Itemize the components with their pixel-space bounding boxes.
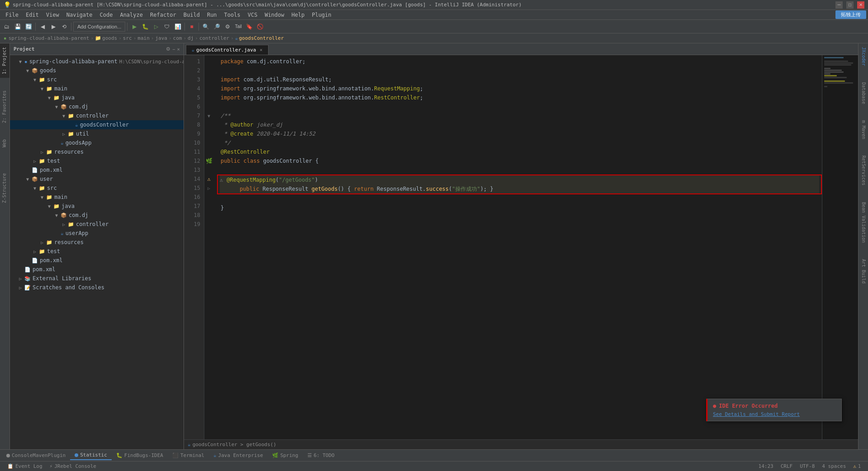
breadcrumb-com[interactable]: com xyxy=(173,35,182,41)
sidebar-tab-web[interactable]: Web xyxy=(0,136,9,151)
sidebar-tab-favorites[interactable]: 2: Favorites xyxy=(0,87,9,127)
right-tab-database[interactable]: Database xyxy=(859,79,868,108)
tree-item-java[interactable]: ▼ 📁 java xyxy=(10,93,184,102)
status-item-linesep[interactable]: CRLF xyxy=(777,463,797,469)
error-notification-link[interactable]: See Details and Submit Report xyxy=(713,411,800,417)
right-tab-bean-validation[interactable]: Bean Validation xyxy=(859,198,868,246)
tree-item-user[interactable]: ▼ 📦 user xyxy=(10,174,184,184)
toolbar-save-icon[interactable]: 💾 xyxy=(13,22,23,32)
toolbar-search-icon[interactable]: 🔎 xyxy=(212,22,222,32)
tree-item-ext-libs[interactable]: ▷ 📚 External Libraries xyxy=(10,274,184,283)
tree-close-button[interactable]: × xyxy=(177,46,180,52)
tree-item-user-comdj[interactable]: ▼ 📦 com.dj xyxy=(10,211,184,220)
breadcrumb-controller[interactable]: controller xyxy=(199,35,229,41)
menu-tools[interactable]: Tools xyxy=(221,11,244,19)
minimize-button[interactable]: ─ xyxy=(835,1,843,9)
menu-refactor[interactable]: Refactor xyxy=(146,11,180,19)
breadcrumb-java[interactable]: java xyxy=(155,35,167,41)
menu-build[interactable]: Build xyxy=(180,11,203,19)
toolbar-history-icon[interactable]: ⟲ xyxy=(59,22,69,32)
status-item-warnings[interactable]: ⚠ 1 xyxy=(849,463,864,469)
menu-vcs[interactable]: VCS xyxy=(244,11,261,19)
menu-file[interactable]: File xyxy=(2,11,22,19)
bottom-tab-javaenterprise[interactable]: ☕ Java Enterprise xyxy=(209,451,268,460)
close-button[interactable]: ✕ xyxy=(857,1,864,9)
toolbar-block-icon[interactable]: 🚫 xyxy=(255,22,265,32)
menu-analyze[interactable]: Analyze xyxy=(116,11,146,19)
breadcrumb-main[interactable]: main xyxy=(137,35,150,41)
bottom-tab-findbugs[interactable]: 🐛 FindBugs-IDEA xyxy=(112,451,168,460)
menu-code[interactable]: Code xyxy=(96,11,117,19)
toolbar-find-icon[interactable]: 🔍 xyxy=(201,22,211,32)
tree-item-user-pom[interactable]: ▷ 📄 pom.xml xyxy=(10,256,184,265)
menu-window[interactable]: Window xyxy=(261,11,288,19)
status-item-position[interactable]: 14:23 xyxy=(755,463,777,469)
toolbar-settings-icon[interactable]: ⚙ xyxy=(222,22,232,32)
bottom-tab-todo[interactable]: ☰ 6: TODO xyxy=(303,451,339,460)
warning-icon-14[interactable]: ⚠ xyxy=(207,176,210,182)
toolbar-stop-icon[interactable]: ■ xyxy=(187,22,197,32)
tree-item-main[interactable]: ▼ 📁 main xyxy=(10,84,184,93)
tree-item-resources[interactable]: ▷ 📁 resources xyxy=(10,147,184,156)
tree-item-userapp[interactable]: ▷ ☕ userApp xyxy=(10,229,184,238)
toolbar-forward-icon[interactable]: ▶ xyxy=(48,22,58,32)
toolbar-run2-icon[interactable]: ▷ xyxy=(151,22,161,32)
breadcrumb-goods[interactable]: goods xyxy=(102,35,117,41)
breadcrumb-root[interactable]: spring-cloud-alibaba-parent xyxy=(9,35,90,41)
fold-icon-7[interactable]: ▼ xyxy=(208,113,210,118)
right-tab-retservices[interactable]: RetServices xyxy=(859,152,868,189)
editor-tab-goodscontroller[interactable]: ☕ goodsController.java × xyxy=(186,45,269,55)
tree-cog-button[interactable]: ⚙ xyxy=(166,46,170,52)
tree-item-goods[interactable]: ▼ 📦 goods xyxy=(10,66,184,75)
toolbar-back-icon[interactable]: ◀ xyxy=(38,22,47,32)
bottom-tab-statistic[interactable]: Statistic xyxy=(70,451,112,460)
tree-item-test[interactable]: ▷ 📁 test xyxy=(10,156,184,165)
tree-item-scratches[interactable]: ▷ 📝 Scratches and Consoles xyxy=(10,283,184,292)
bottom-tab-spring[interactable]: 🌿 Spring xyxy=(268,451,303,460)
right-tab-jxcoder[interactable]: JXcoder xyxy=(859,43,868,70)
menu-edit[interactable]: Edit xyxy=(22,11,42,19)
tree-item-goods-pom[interactable]: ▷ 📄 pom.xml xyxy=(10,165,184,174)
status-item-jrebel[interactable]: ⚡ JRebel Console xyxy=(46,462,100,471)
toolbar-sync-icon[interactable]: 🔄 xyxy=(24,22,33,32)
toolbar-run-icon[interactable]: ▶ xyxy=(129,22,139,32)
right-tab-maven[interactable]: m Maven xyxy=(859,117,868,143)
tree-item-comdj[interactable]: ▼ 📦 com.dj xyxy=(10,102,184,111)
tree-item-goodscontroller[interactable]: ▷ ☕ goodsController xyxy=(10,120,184,129)
maximize-button[interactable]: □ xyxy=(846,1,854,9)
tree-item-util[interactable]: ▷ 📁 util xyxy=(10,129,184,138)
toolbar-tail-icon[interactable]: Tail xyxy=(233,22,243,32)
run-method-icon-15[interactable]: ▷ xyxy=(208,186,210,191)
breadcrumb-file[interactable]: goodsController xyxy=(239,35,283,41)
status-item-indent[interactable]: 4 spaces xyxy=(818,463,849,469)
code-area[interactable]: package com.dj.controller; import com.dj… xyxy=(213,55,822,439)
toolbar-coverage-icon[interactable]: 🛡 xyxy=(162,22,172,32)
tree-item-user-main[interactable]: ▼ 📁 main xyxy=(10,193,184,202)
status-item-eventlog[interactable]: 📋 Event Log xyxy=(4,462,46,471)
tree-item-user-src[interactable]: ▼ 📁 src xyxy=(10,184,184,193)
toolbar-profiler-icon[interactable]: 📊 xyxy=(173,22,183,32)
menu-navigate[interactable]: Navigate xyxy=(63,11,96,19)
tree-collapse-button[interactable]: − xyxy=(172,46,175,52)
menu-plugin[interactable]: Plugin xyxy=(308,11,335,19)
tree-item-user-resources[interactable]: ▷ 📁 resources xyxy=(10,238,184,247)
run-configuration-dropdown[interactable]: Add Configuration... xyxy=(73,22,125,32)
bottom-tab-terminal[interactable]: ⬛ Terminal xyxy=(168,451,209,460)
tree-item-user-java[interactable]: ▼ 📁 java xyxy=(10,202,184,211)
sidebar-tab-project[interactable]: 1: Project xyxy=(0,43,9,78)
toolbar-debug-icon[interactable]: 🐛 xyxy=(140,22,150,32)
tree-item-goodsapp[interactable]: ▷ ☕ goodsApp xyxy=(10,138,184,147)
toolbar-bookmark-icon[interactable]: 🔖 xyxy=(244,22,254,32)
right-tab-artbuild[interactable]: Art Build xyxy=(859,255,868,287)
tab-close-button[interactable]: × xyxy=(259,47,262,52)
breadcrumb-dj[interactable]: dj xyxy=(188,35,193,41)
tree-item-user-controller[interactable]: ▷ 📁 controller xyxy=(10,220,184,229)
menu-run[interactable]: Run xyxy=(203,11,221,19)
breadcrumb-src[interactable]: src xyxy=(123,35,132,41)
status-item-encoding[interactable]: UTF-8 xyxy=(796,463,818,469)
toolbar-project-icon[interactable]: 🗂 xyxy=(2,22,12,32)
title-bar-controls[interactable]: ─ □ ✕ xyxy=(835,1,864,9)
tree-item-user-test[interactable]: ▷ 📁 test xyxy=(10,247,184,256)
upload-button[interactable]: 拓独上传 xyxy=(835,10,866,19)
tree-item-parent-pom[interactable]: ▷ 📄 pom.xml xyxy=(10,265,184,274)
